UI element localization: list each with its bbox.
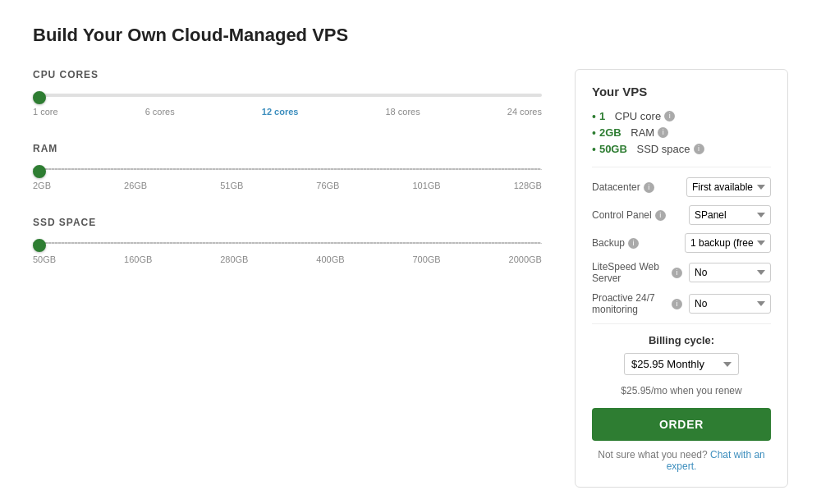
ram-mark-2: 26GB <box>124 181 147 190</box>
backup-select[interactable]: 1 backup (free No backup 2 backups <box>685 233 771 253</box>
ram-mark-4: 76GB <box>316 181 339 190</box>
cpu-range-container <box>33 89 542 102</box>
proactive-row: Proactive 24/7 monitoring i No Yes <box>592 292 771 315</box>
control-panel-select[interactable]: SPanel cPanel <box>689 205 771 225</box>
order-button[interactable]: ORDER <box>592 408 771 441</box>
ssd-slider-group: SSD SPACE 50GB 160GB 280GB 400GB 700GB 2… <box>33 217 542 264</box>
control-panel-label: Control Panel i <box>592 209 682 221</box>
vps-panel-title: Your VPS <box>592 85 771 99</box>
ram-spec-value: 2GB <box>599 126 621 139</box>
ssd-spec-value: 50GB <box>599 143 627 155</box>
vps-options: Datacenter i First available US East US … <box>592 167 771 315</box>
ram-spec-unit: RAM <box>631 126 654 139</box>
cpu-slider[interactable] <box>33 96 542 99</box>
datacenter-info-icon[interactable]: i <box>644 182 654 193</box>
cpu-mark-1: 1 core <box>33 107 58 117</box>
control-panel-info-icon[interactable]: i <box>655 210 666 221</box>
ram-mark-6: 128GB <box>514 181 542 190</box>
ssd-mark-1: 50GB <box>33 254 56 264</box>
ssd-slider[interactable] <box>33 244 542 247</box>
datacenter-row: Datacenter i First available US East US … <box>592 177 771 197</box>
billing-cycle-select[interactable]: $25.95 Monthly $24.95 Quarterly $22.95 A… <box>624 353 739 375</box>
ram-label: RAM <box>33 143 542 154</box>
cpu-slider-group: CPU CORES 1 core 6 cores 12 cores 18 cor… <box>33 69 542 117</box>
ssd-spec-unit: SSD space <box>637 143 690 155</box>
ram-slider-group: RAM 2GB 26GB 51GB 76GB 101GB 128GB <box>33 143 542 190</box>
cpu-mark-4: 18 cores <box>386 107 420 117</box>
cpu-spec-item: 1 CPU core i <box>592 110 771 122</box>
ram-info-icon[interactable]: i <box>658 127 668 138</box>
sliders-section: CPU CORES 1 core 6 cores 12 cores 18 cor… <box>33 69 550 291</box>
ssd-labels: 50GB 160GB 280GB 400GB 700GB 2000GB <box>33 254 542 264</box>
backup-info-icon[interactable]: i <box>628 238 639 249</box>
proactive-label: Proactive 24/7 monitoring i <box>592 292 682 315</box>
renew-text: $25.95/mo when you renew <box>592 385 771 396</box>
ram-labels: 2GB 26GB 51GB 76GB 101GB 128GB <box>33 181 542 190</box>
vps-specs: 1 CPU core i 2GB RAM i 50GB SSD space i <box>592 110 771 155</box>
cpu-mark-3: 12 cores <box>262 107 299 117</box>
ssd-spec-item: 50GB SSD space i <box>592 143 771 155</box>
ram-slider[interactable] <box>33 170 542 173</box>
ssd-mark-6: 2000GB <box>509 254 542 264</box>
litespeed-info-icon[interactable]: i <box>672 268 682 278</box>
help-text-label: Not sure what you need? <box>598 449 707 460</box>
datacenter-select[interactable]: First available US East US West EU <box>686 177 771 197</box>
cpu-label: CPU CORES <box>33 69 542 80</box>
cpu-spec-unit: CPU core <box>615 110 661 122</box>
billing-section: Billing cycle: $25.95 Monthly $24.95 Qua… <box>592 323 771 472</box>
ssd-label: SSD SPACE <box>33 217 542 228</box>
cpu-spec-value: 1 <box>599 110 605 122</box>
ram-mark-3: 51GB <box>220 181 243 190</box>
ssd-mark-2: 160GB <box>124 254 152 264</box>
litespeed-select[interactable]: No Yes <box>689 263 771 282</box>
page-title: Build Your Own Cloud-Managed VPS <box>33 25 788 46</box>
cpu-mark-2: 6 cores <box>145 107 175 117</box>
cpu-labels: 1 core 6 cores 12 cores 18 cores 24 core… <box>33 107 542 117</box>
ram-spec-item: 2GB RAM i <box>592 126 771 139</box>
ssd-info-icon[interactable]: i <box>694 144 704 154</box>
help-text: Not sure what you need? Chat with an exp… <box>592 449 771 472</box>
ssd-range-container <box>33 236 542 250</box>
proactive-info-icon[interactable]: i <box>672 299 682 309</box>
ssd-mark-4: 400GB <box>316 254 344 264</box>
datacenter-label: Datacenter i <box>592 181 680 193</box>
cpu-info-icon[interactable]: i <box>664 111 675 121</box>
ssd-mark-5: 700GB <box>412 254 440 264</box>
ram-mark-1: 2GB <box>33 181 51 190</box>
control-panel-row: Control Panel i SPanel cPanel <box>592 205 771 225</box>
proactive-select[interactable]: No Yes <box>689 294 771 314</box>
vps-panel: Your VPS 1 CPU core i 2GB RAM i 50GB SSD… <box>575 69 788 488</box>
ram-mark-5: 101GB <box>412 181 440 190</box>
ssd-mark-3: 280GB <box>220 254 248 264</box>
backup-row: Backup i 1 backup (free No backup 2 back… <box>592 233 771 253</box>
billing-label: Billing cycle: <box>592 334 771 346</box>
litespeed-label: LiteSpeed Web Server i <box>592 261 682 284</box>
backup-label: Backup i <box>592 237 678 249</box>
cpu-mark-5: 24 cores <box>507 107 542 117</box>
litespeed-row: LiteSpeed Web Server i No Yes <box>592 261 771 284</box>
ram-range-container <box>33 163 542 176</box>
